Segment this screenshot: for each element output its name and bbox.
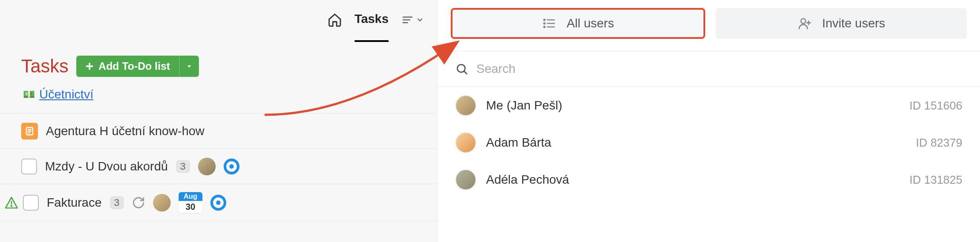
svg-point-14: [544, 26, 545, 28]
tab-invite-users[interactable]: Invite users: [716, 8, 967, 39]
left-panel: Tasks Tasks Add To-Do list 💵 Účetnictví …: [0, 0, 438, 242]
task-title: Fakturace: [47, 196, 102, 210]
invite-user-icon: [797, 16, 812, 30]
svg-point-11: [11, 205, 12, 206]
task-row[interactable]: Mzdy - U Dvou akordů 3: [0, 149, 437, 184]
list-view-icon: [401, 13, 414, 26]
user-id: ID 131825: [909, 173, 962, 187]
chevron-down-icon: [416, 16, 424, 24]
home-button[interactable]: [327, 12, 342, 27]
user-id: ID 82379: [916, 136, 962, 150]
task-list: Agentura H účetní know-how Mzdy - U Dvou…: [0, 113, 437, 221]
note-icon: [21, 123, 38, 140]
search-input[interactable]: [476, 62, 962, 76]
date-month: Aug: [179, 192, 202, 201]
tasks-title-row: Tasks Add To-Do list: [0, 40, 437, 87]
tasks-tab[interactable]: Tasks: [355, 12, 389, 42]
repeat-icon[interactable]: [132, 196, 145, 209]
add-todo-button[interactable]: Add To-Do list: [76, 56, 179, 77]
tasks-title: Tasks: [21, 56, 68, 77]
target-icon[interactable]: [210, 195, 226, 211]
svg-point-18: [801, 19, 806, 23]
task-checkbox[interactable]: [23, 195, 39, 211]
search-row: [438, 51, 980, 87]
add-todo-label: Add To-Do list: [98, 60, 170, 72]
task-row[interactable]: Agentura H účetní know-how: [0, 113, 437, 149]
user-list: Me (Jan Pešl) ID 151606 Adam Bárta ID 82…: [438, 87, 980, 198]
category-link[interactable]: Účetnictví: [39, 87, 94, 102]
avatar: [455, 132, 476, 153]
svg-marker-5: [187, 65, 191, 68]
avatar: [455, 169, 476, 190]
search-icon: [455, 62, 468, 76]
right-panel: All users Invite users Me (Jan Pešl) ID …: [438, 0, 980, 242]
task-title: Mzdy - U Dvou akordů: [45, 159, 168, 174]
money-icon: 💵: [23, 89, 35, 100]
alert-triangle-icon: [4, 196, 19, 210]
plus-icon: [85, 62, 94, 71]
user-name: Me (Jan Pešl): [486, 98, 900, 113]
svg-line-22: [464, 71, 467, 74]
tab-all-users[interactable]: All users: [451, 8, 705, 39]
add-todo-button-group: Add To-Do list: [76, 56, 198, 77]
left-header: Tasks: [0, 0, 437, 40]
count-badge: 3: [176, 160, 190, 173]
avatar: [455, 95, 476, 116]
tabs-row: All users Invite users: [438, 0, 980, 51]
count-badge: 3: [110, 196, 124, 209]
svg-point-13: [544, 23, 545, 24]
user-name: Adéla Pechová: [486, 173, 900, 187]
svg-point-12: [544, 19, 545, 21]
avatar[interactable]: [198, 158, 216, 175]
add-todo-dropdown[interactable]: [179, 56, 199, 77]
task-row[interactable]: Fakturace 3 Aug 30: [0, 184, 437, 221]
caret-down-icon: [186, 63, 193, 70]
task-title: Agentura H účetní know-how: [46, 124, 205, 138]
user-name: Adam Bárta: [486, 136, 906, 150]
view-selector[interactable]: [401, 13, 424, 26]
task-checkbox[interactable]: [21, 159, 37, 174]
category-row[interactable]: 💵 Účetnictví: [0, 87, 437, 113]
user-row[interactable]: Adam Bárta ID 82379: [438, 124, 980, 161]
user-row[interactable]: Adéla Pechová ID 131825: [438, 161, 980, 198]
target-icon[interactable]: [224, 159, 239, 174]
tab-label: Invite users: [822, 16, 885, 30]
date-badge: Aug 30: [179, 192, 202, 213]
avatar[interactable]: [153, 194, 171, 212]
user-id: ID 151606: [909, 99, 962, 113]
date-day: 30: [179, 201, 202, 213]
list-icon: [542, 16, 556, 30]
home-icon: [327, 12, 342, 27]
user-row[interactable]: Me (Jan Pešl) ID 151606: [438, 87, 980, 124]
tab-label: All users: [567, 16, 614, 30]
